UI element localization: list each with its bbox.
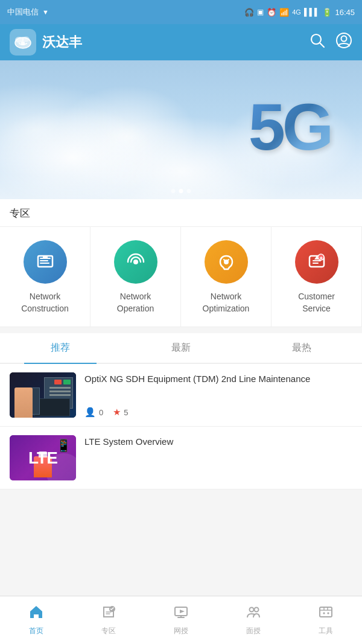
network-construction-label: NetworkConstruction: [21, 291, 69, 314]
section-title: 专区: [10, 208, 30, 219]
star-icon: ★: [113, 407, 121, 418]
svg-point-11: [133, 260, 138, 264]
category-network-construction[interactable]: NetworkConstruction: [0, 227, 91, 327]
course-list: OptiX NG SDH Equipment (TDM) 2nd Line Ma…: [0, 364, 362, 489]
tab-latest[interactable]: 最新: [121, 333, 241, 363]
app-name: 沃达丰: [42, 33, 82, 51]
lte-label: LTE: [28, 448, 57, 468]
zone-label: 专区: [101, 626, 116, 636]
search-button[interactable]: [309, 32, 326, 53]
svg-point-2: [22, 37, 30, 42]
customer-service-label: CustomerService: [298, 291, 335, 314]
zone-icon: [101, 604, 116, 623]
categories-row: NetworkConstruction NetworkOperation Net…: [0, 227, 362, 327]
svg-line-6: [320, 43, 324, 47]
clock-icon: ⏰: [267, 8, 276, 17]
bottom-navigation: 首页 专区 网授: [0, 596, 362, 644]
nav-zone[interactable]: 专区: [72, 596, 145, 644]
tab-hottest-label: 最热: [292, 342, 311, 352]
classroom-label: 面授: [246, 626, 261, 636]
svg-point-8: [341, 36, 347, 41]
category-network-optimization[interactable]: NetworkOptimization: [181, 227, 272, 327]
course-2-title: LTE System Overview: [84, 435, 352, 448]
course-item-2[interactable]: LTE 📱 LTE System Overview: [0, 427, 362, 489]
sim-icon: ▣: [257, 8, 264, 16]
content-tabs: 推荐 最新 最热: [0, 333, 362, 364]
svg-point-22: [250, 608, 254, 612]
hero-banner: 5G: [0, 60, 362, 199]
participant-count: 0: [99, 408, 103, 417]
banner-pagination: [171, 189, 191, 193]
battery-icon: 🔋: [322, 8, 332, 17]
svg-rect-24: [320, 607, 332, 617]
course-1-info: OptiX NG SDH Equipment (TDM) 2nd Line Ma…: [84, 372, 352, 418]
course-1-title: OptiX NG SDH Equipment (TDM) 2nd Line Ma…: [84, 372, 352, 385]
course-1-stars: ★ 5: [113, 407, 128, 418]
course-1-thumbnail: [10, 372, 76, 418]
category-customer-service[interactable]: ★ CustomerService: [272, 227, 362, 327]
online-icon: [173, 604, 189, 623]
course-2-info: LTE System Overview: [84, 435, 352, 480]
category-network-operation[interactable]: NetworkOperation: [91, 227, 181, 327]
section-label: 专区: [0, 199, 362, 227]
nav-home[interactable]: 首页: [0, 596, 72, 644]
time-display: 16:45: [335, 8, 355, 17]
network-operation-icon: [114, 240, 157, 284]
svg-marker-19: [180, 610, 185, 613]
5g-label: 5G: [249, 94, 331, 160]
network-type: 4G: [292, 8, 301, 16]
classroom-icon: [246, 604, 261, 623]
nav-online[interactable]: 网授: [145, 596, 217, 644]
tab-latest-label: 最新: [171, 342, 191, 352]
customer-service-icon: ★: [295, 240, 338, 284]
nav-classroom[interactable]: 面授: [217, 596, 290, 644]
svg-point-23: [255, 608, 259, 612]
tools-label: 工具: [319, 626, 333, 636]
online-label: 网授: [174, 626, 188, 636]
network-optimization-icon: [205, 240, 248, 284]
5g-graphic: 5G: [235, 72, 344, 181]
carrier-info: 中国电信 ▼: [7, 7, 49, 18]
course-item-1[interactable]: OptiX NG SDH Equipment (TDM) 2nd Line Ma…: [0, 364, 362, 427]
tab-recommended[interactable]: 推荐: [0, 333, 121, 363]
dot-2[interactable]: [179, 189, 183, 193]
tab-recommended-label: 推荐: [51, 342, 70, 352]
headphone-icon: 🎧: [244, 8, 254, 17]
star-count: 5: [124, 408, 128, 417]
svg-rect-3: [21, 42, 25, 45]
signal-bars: ▌▌▌: [304, 8, 320, 16]
nav-tools[interactable]: 工具: [290, 596, 362, 644]
signal-icon: ▼: [42, 8, 49, 16]
course-2-thumbnail: LTE 📱: [10, 435, 76, 480]
logo-icon: [10, 29, 36, 56]
course-1-participants: 👤 0: [84, 407, 103, 418]
network-optimization-label: NetworkOptimization: [203, 291, 250, 314]
wifi-icon: 📶: [279, 8, 289, 17]
profile-button[interactable]: [335, 32, 352, 53]
svg-rect-10: [43, 256, 48, 258]
home-icon: [28, 604, 44, 623]
dot-3[interactable]: [187, 189, 191, 193]
carrier-name: 中国电信: [7, 7, 39, 18]
tools-icon: [318, 604, 334, 623]
dot-1[interactable]: [171, 189, 176, 193]
logo-area: 沃达丰: [10, 29, 82, 56]
app-header: 沃达丰: [0, 24, 362, 60]
status-right: 🎧 ▣ ⏰ 📶 4G ▌▌▌ 🔋 16:45: [244, 8, 355, 17]
course-1-meta: 👤 0 ★ 5: [84, 407, 352, 418]
network-construction-icon: [24, 240, 67, 284]
people-icon: 👤: [84, 407, 96, 418]
tab-hottest[interactable]: 最热: [241, 333, 362, 363]
header-actions: [309, 32, 352, 53]
network-operation-label: NetworkOperation: [117, 291, 154, 314]
status-bar: 中国电信 ▼ 🎧 ▣ ⏰ 📶 4G ▌▌▌ 🔋 16:45: [0, 0, 362, 24]
svg-text:★: ★: [319, 256, 323, 260]
home-label: 首页: [29, 626, 43, 636]
